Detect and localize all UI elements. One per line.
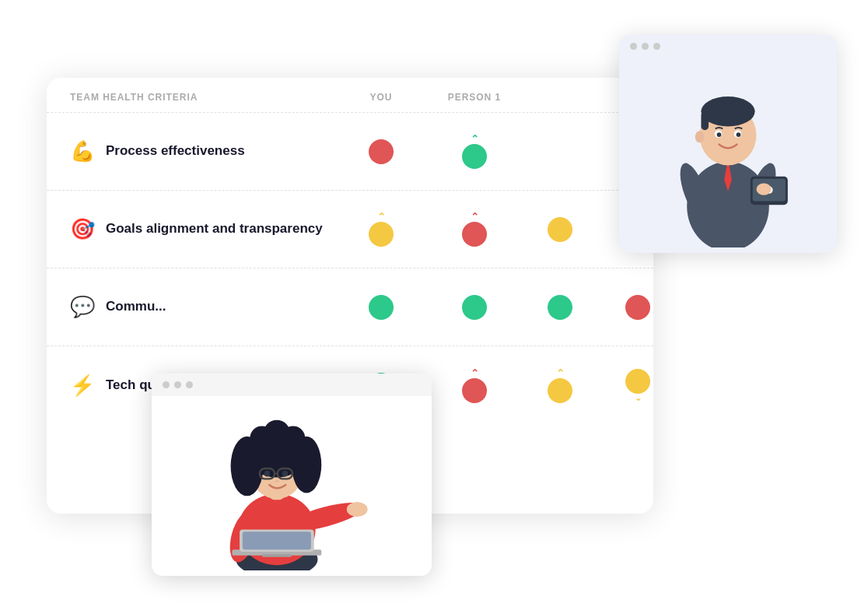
goals-person1-cell: ⌃ xyxy=(428,212,521,247)
tech-col3-cell: ⌃ xyxy=(521,368,599,403)
process-you-cell xyxy=(334,139,428,164)
browser-dot-4 xyxy=(163,381,170,388)
svg-point-6 xyxy=(695,131,705,142)
comms-person1-cell xyxy=(428,295,521,320)
tech-person1-cell: ⌃ xyxy=(428,368,521,403)
goals-col3-cell xyxy=(521,217,599,242)
svg-point-35 xyxy=(347,502,368,517)
tech-col4-wrapper: ⌄ xyxy=(625,369,650,402)
process-you-dot xyxy=(369,139,394,164)
browser-toolbar-right xyxy=(619,35,837,58)
browser-dot-6 xyxy=(186,381,193,388)
comms-col3-cell xyxy=(521,295,599,320)
svg-point-28 xyxy=(282,426,306,450)
goals-label: Goals alignment and transparency xyxy=(106,220,323,237)
tech-col4-dot xyxy=(625,369,650,394)
svg-point-10 xyxy=(737,132,741,137)
person1-col-header: Person 1 xyxy=(428,92,521,103)
svg-point-32 xyxy=(264,471,271,477)
person1-svg xyxy=(650,61,806,247)
tech-col3-wrapper: ⌃ xyxy=(548,368,572,403)
comms-you-cell xyxy=(334,295,428,320)
svg-point-34 xyxy=(275,479,279,482)
table-row: 💬 Commu... xyxy=(47,268,653,346)
comms-label: Commu... xyxy=(106,298,166,315)
criteria-cell-process: 💪 Process effectiveness xyxy=(70,139,334,163)
person1-illustration xyxy=(619,58,837,247)
person2-illustration xyxy=(152,396,432,570)
process-icon: 💪 xyxy=(70,139,95,163)
svg-rect-5 xyxy=(701,111,709,130)
svg-point-16 xyxy=(756,183,771,195)
process-person1-dot xyxy=(462,144,487,169)
tech-person1-wrapper: ⌃ xyxy=(462,368,487,403)
goals-person1-arrow: ⌃ xyxy=(471,212,479,222)
criteria-cell-goals: 🎯 Goals alignment and transparency xyxy=(70,217,334,241)
process-person1-cell: ⌃ xyxy=(428,134,521,169)
goals-person1-dot xyxy=(462,222,487,247)
tech-col3-arrow: ⌃ xyxy=(556,368,565,378)
tech-person1-dot xyxy=(462,378,487,403)
svg-rect-38 xyxy=(243,532,311,549)
svg-point-4 xyxy=(701,96,754,126)
goals-you-cell: ⌃ xyxy=(334,212,428,247)
browser-dot-2 xyxy=(642,43,649,50)
goals-person1-wrapper: ⌃ xyxy=(462,212,487,247)
tech-icon: ⚡ xyxy=(70,374,95,398)
comms-person1-dot xyxy=(462,295,487,320)
goals-you-wrapper: ⌃ xyxy=(369,212,394,247)
comms-you-dot xyxy=(369,295,394,320)
process-person1-arrow-up: ⌃ xyxy=(471,134,479,144)
goals-col3-dot xyxy=(548,217,572,242)
goals-you-arrow: ⌃ xyxy=(377,212,386,222)
browser-toolbar-bottom xyxy=(152,374,432,396)
comms-col3-dot xyxy=(548,295,572,320)
goals-you-dot xyxy=(369,222,394,247)
you-col-header: You xyxy=(334,92,428,103)
goals-icon: 🎯 xyxy=(70,217,95,241)
comms-col4-cell xyxy=(599,295,653,320)
tech-person1-arrow: ⌃ xyxy=(471,368,479,378)
tech-col4-cell: ⌄ xyxy=(599,369,653,402)
comms-col4-dot xyxy=(625,295,650,320)
criteria-cell-comms: 💬 Commu... xyxy=(70,295,334,319)
comms-icon: 💬 xyxy=(70,295,95,319)
table-row: 🎯 Goals alignment and transparency ⌃ ⌃ xyxy=(47,191,653,268)
browser-dot-3 xyxy=(653,43,660,50)
tech-col3-dot xyxy=(548,378,572,403)
browser-card-right xyxy=(619,35,837,253)
process-label: Process effectiveness xyxy=(106,142,245,160)
person2-svg xyxy=(175,399,408,570)
criteria-col-header: TEAM HEALTH CRITERIA xyxy=(70,92,334,103)
process-person1-wrapper: ⌃ xyxy=(462,134,487,169)
table-header: TEAM HEALTH CRITERIA You Person 1 xyxy=(47,78,653,113)
svg-rect-39 xyxy=(262,554,292,557)
browser-card-bottom xyxy=(152,374,432,576)
scene: TEAM HEALTH CRITERIA You Person 1 💪 Proc… xyxy=(0,0,868,607)
svg-point-9 xyxy=(717,132,722,137)
tech-col4-arrow: ⌄ xyxy=(635,394,642,402)
svg-point-33 xyxy=(282,471,289,477)
browser-dot-5 xyxy=(174,381,181,388)
browser-dot-1 xyxy=(630,43,637,50)
table-row: 💪 Process effectiveness ⌃ xyxy=(47,113,653,191)
